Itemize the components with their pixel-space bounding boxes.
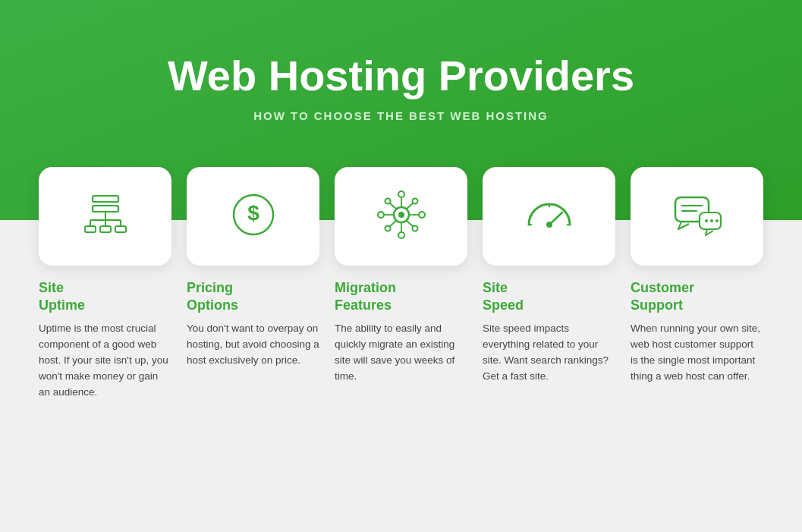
cards-section: $ bbox=[0, 220, 802, 532]
speed-icon bbox=[493, 181, 605, 249]
site-uptime-icon bbox=[49, 181, 161, 249]
title-customer-support: CustomerSupport bbox=[631, 279, 763, 313]
title-migration-features: MigrationFeatures bbox=[335, 279, 467, 313]
content-site-uptime: SiteUptime Uptime is the most crucial co… bbox=[39, 279, 171, 401]
text-pricing-options: You don't want to overpay on hosting, bu… bbox=[187, 321, 319, 369]
text-site-uptime: Uptime is the most crucial component of … bbox=[39, 321, 171, 401]
svg-rect-34 bbox=[515, 181, 583, 249]
content-customer-support: CustomerSupport When running your own si… bbox=[631, 279, 763, 401]
card-pricing-options: $ bbox=[187, 167, 319, 266]
title-site-uptime: SiteUptime bbox=[39, 279, 171, 313]
svg-point-17 bbox=[398, 212, 404, 218]
pricing-icon: $ bbox=[197, 181, 309, 249]
title-site-speed: SiteSpeed bbox=[483, 279, 615, 313]
cards-row: $ bbox=[23, 167, 779, 266]
card-customer-support bbox=[631, 167, 763, 266]
card-migration-features bbox=[335, 167, 467, 266]
content-pricing-options: PricingOptions You don't want to overpay… bbox=[187, 279, 319, 401]
card-site-speed bbox=[483, 167, 615, 266]
content-area: SiteUptime Uptime is the most crucial co… bbox=[23, 279, 779, 401]
title-pricing-options: PricingOptions bbox=[187, 279, 319, 313]
text-site-speed: Site speed impacts everything related to… bbox=[483, 321, 615, 385]
text-customer-support: When running your own site, web host cus… bbox=[631, 321, 763, 385]
svg-point-39 bbox=[546, 222, 552, 228]
svg-text:$: $ bbox=[247, 201, 259, 225]
page-subtitle: HOW TO CHOOSE THE BEST WEB HOSTING bbox=[253, 109, 549, 122]
content-migration-features: MigrationFeatures The ability to easily … bbox=[335, 279, 467, 401]
svg-point-46 bbox=[710, 219, 713, 222]
page-wrapper: Web Hosting Providers HOW TO CHOOSE THE … bbox=[0, 0, 802, 532]
svg-point-47 bbox=[716, 219, 719, 222]
content-site-speed: SiteSpeed Site speed impacts everything … bbox=[483, 279, 615, 401]
card-site-uptime bbox=[39, 167, 171, 266]
text-migration-features: The ability to easily and quickly migrat… bbox=[335, 321, 467, 385]
svg-rect-40 bbox=[663, 181, 731, 249]
support-icon bbox=[641, 181, 753, 249]
page-title: Web Hosting Providers bbox=[168, 52, 634, 99]
migration-icon bbox=[345, 181, 457, 249]
svg-point-45 bbox=[705, 219, 708, 222]
